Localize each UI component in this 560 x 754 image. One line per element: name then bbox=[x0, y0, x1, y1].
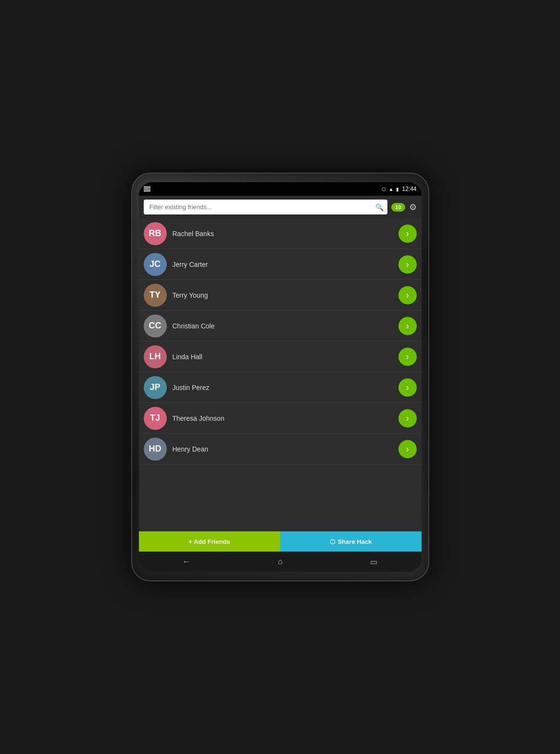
avatar: LH bbox=[144, 345, 167, 368]
chevron-right-icon bbox=[406, 321, 409, 331]
search-input-wrapper: 🔍 bbox=[144, 200, 388, 214]
list-item[interactable]: LHLinda Hall bbox=[139, 341, 422, 372]
friend-arrow-button[interactable] bbox=[398, 348, 417, 366]
search-bar-container: 🔍 10 ⚙ bbox=[139, 196, 422, 218]
share-icon: ⬡ bbox=[330, 538, 335, 545]
chevron-right-icon bbox=[406, 413, 409, 423]
friend-name: Christian Cole bbox=[173, 322, 398, 330]
chevron-right-icon bbox=[406, 259, 409, 269]
nav-bar bbox=[139, 552, 422, 572]
back-button[interactable] bbox=[175, 554, 198, 569]
list-item[interactable]: CCChristian Cole bbox=[139, 311, 422, 341]
status-bar-right: ⬡ ▲ ▮ 12:44 bbox=[382, 186, 417, 192]
avatar: RB bbox=[144, 222, 167, 245]
avatar-placeholder: RB bbox=[144, 222, 167, 245]
avatar-placeholder: TJ bbox=[144, 407, 167, 430]
chevron-right-icon bbox=[406, 228, 409, 239]
friend-name: Jerry Carter bbox=[173, 261, 398, 268]
status-bar-left bbox=[144, 187, 150, 191]
avatar: TY bbox=[144, 284, 167, 307]
avatar-placeholder: TY bbox=[144, 284, 167, 307]
search-icon-button[interactable]: 🔍 bbox=[375, 203, 384, 211]
battery-icon: ▮ bbox=[396, 187, 399, 192]
hamburger-icon bbox=[144, 187, 150, 191]
list-item[interactable]: HDHenry Dean bbox=[139, 434, 422, 465]
friend-name: Linda Hall bbox=[173, 353, 398, 361]
recent-apps-button[interactable] bbox=[362, 554, 385, 569]
friends-list[interactable]: RBRachel BanksJCJerry CarterTYTerry Youn… bbox=[139, 218, 422, 531]
share-hack-label: Share Hack bbox=[338, 538, 372, 545]
list-item[interactable]: TJTheresa Johnson bbox=[139, 403, 422, 434]
share-hack-button[interactable]: ⬡ Share Hack bbox=[280, 531, 422, 552]
list-item[interactable]: TYTerry Young bbox=[139, 280, 422, 311]
avatar: TJ bbox=[144, 407, 167, 430]
avatar: CC bbox=[144, 314, 167, 338]
bottom-actions: + Add Friends ⬡ Share Hack bbox=[139, 531, 422, 552]
avatar-placeholder: HD bbox=[144, 438, 167, 461]
notification-badge: 10 bbox=[391, 203, 405, 212]
friend-name: Rachel Banks bbox=[173, 230, 398, 238]
friend-name: Terry Young bbox=[173, 291, 398, 299]
friend-arrow-button[interactable] bbox=[398, 378, 417, 397]
chevron-right-icon bbox=[406, 352, 409, 362]
friend-arrow-button[interactable] bbox=[398, 409, 417, 427]
tablet-screen: ⬡ ▲ ▮ 12:44 🔍 10 ⚙ RBRachel BanksJCJerry… bbox=[139, 182, 422, 572]
list-item[interactable]: JPJustin Perez bbox=[139, 372, 422, 403]
chevron-right-icon bbox=[406, 444, 409, 454]
tablet-device: ⬡ ▲ ▮ 12:44 🔍 10 ⚙ RBRachel BanksJCJerry… bbox=[131, 173, 429, 581]
avatar: HD bbox=[144, 438, 167, 461]
avatar: JP bbox=[144, 376, 167, 399]
friend-arrow-button[interactable] bbox=[398, 225, 417, 243]
chevron-right-icon bbox=[406, 382, 409, 392]
status-time: 12:44 bbox=[402, 186, 416, 192]
list-item[interactable]: JCJerry Carter bbox=[139, 249, 422, 280]
avatar-placeholder: LH bbox=[144, 345, 167, 368]
list-item[interactable]: RBRachel Banks bbox=[139, 218, 422, 249]
friend-name: Theresa Johnson bbox=[173, 415, 398, 422]
home-button[interactable] bbox=[270, 554, 290, 569]
friend-name: Justin Perez bbox=[173, 384, 398, 391]
avatar-placeholder: JC bbox=[144, 253, 167, 276]
add-friends-button[interactable]: + Add Friends bbox=[139, 531, 280, 552]
bluetooth-icon: ⬡ bbox=[382, 187, 386, 192]
chevron-right-icon bbox=[406, 290, 409, 300]
status-bar: ⬡ ▲ ▮ 12:44 bbox=[139, 182, 422, 196]
app-content: 🔍 10 ⚙ RBRachel BanksJCJerry CarterTYTer… bbox=[139, 196, 422, 572]
avatar-placeholder: CC bbox=[144, 314, 167, 338]
avatar: JC bbox=[144, 253, 167, 276]
search-input[interactable] bbox=[144, 200, 388, 214]
avatar-placeholder: JP bbox=[144, 376, 167, 399]
friend-arrow-button[interactable] bbox=[398, 255, 417, 274]
wifi-icon: ▲ bbox=[389, 187, 394, 192]
settings-icon-button[interactable]: ⚙ bbox=[409, 202, 417, 213]
friend-name: Henry Dean bbox=[173, 445, 398, 453]
friend-arrow-button[interactable] bbox=[398, 286, 417, 304]
friend-arrow-button[interactable] bbox=[398, 317, 417, 335]
friend-arrow-button[interactable] bbox=[398, 440, 417, 458]
